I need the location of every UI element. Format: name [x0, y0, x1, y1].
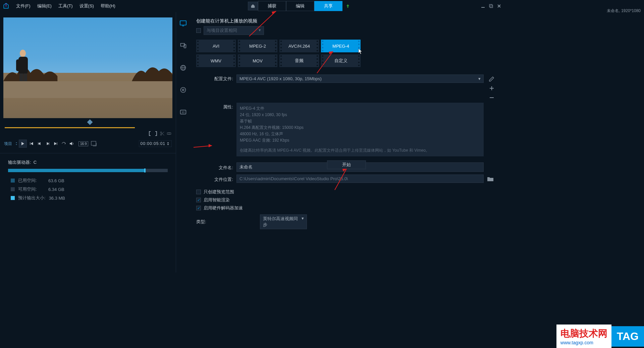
- menu-edit[interactable]: 编辑(E): [35, 2, 54, 10]
- format-audio[interactable]: 音频: [279, 54, 319, 67]
- project-dropdown-icon: [15, 142, 17, 145]
- est-value: 36.3 MB: [49, 196, 65, 201]
- menu-file[interactable]: 文件(F): [13, 2, 33, 10]
- go-start-button[interactable]: [28, 140, 35, 147]
- video-preview: [3, 17, 172, 118]
- menu-tools[interactable]: 工具(T): [56, 2, 75, 10]
- config-label: 配置文件:: [196, 74, 233, 82]
- svg-rect-0: [481, 7, 485, 8]
- hw-type-select[interactable]: 英特尔高速视频同步▾: [260, 214, 307, 229]
- hw-decode-label: 启用硬件解码器加速: [204, 205, 243, 211]
- play-icon: [21, 142, 24, 146]
- smart-render-checkbox[interactable]: [196, 198, 201, 202]
- svg-rect-14: [91, 141, 96, 145]
- start-button[interactable]: 开始: [327, 160, 366, 169]
- est-label: 预计输出大小:: [18, 195, 46, 201]
- used-label: 已用空间:: [18, 178, 45, 184]
- svg-rect-16: [182, 26, 184, 26]
- close-button[interactable]: [496, 4, 502, 8]
- est-legend-icon: [11, 196, 15, 200]
- project-label[interactable]: 项目: [4, 141, 12, 147]
- sidetab-3d[interactable]: 3D: [178, 107, 188, 117]
- used-legend-icon: [11, 179, 15, 183]
- remove-profile-icon[interactable]: [489, 95, 495, 101]
- globe-icon: [180, 64, 186, 71]
- browse-folder-icon[interactable]: [487, 176, 494, 182]
- timecode-display[interactable]: 00:00:05:01: [139, 140, 172, 147]
- next-frame-button[interactable]: [44, 140, 51, 147]
- prev-frame-button[interactable]: [36, 140, 43, 147]
- split-icon[interactable]: [166, 131, 172, 136]
- smart-render-label: 启用智能渲染: [204, 197, 230, 203]
- three-d-icon: 3D: [180, 109, 186, 115]
- hw-decode-checkbox[interactable]: [196, 206, 201, 210]
- loop-button[interactable]: [60, 140, 67, 147]
- home-button[interactable]: [248, 2, 258, 10]
- timecode-value: 00:00:05:01: [141, 141, 165, 146]
- go-end-button[interactable]: [52, 140, 59, 147]
- section-title: 创建能在计算机上播放的视频: [196, 18, 496, 24]
- format-avc[interactable]: AVC/H.264: [279, 40, 319, 52]
- timeline-scrubber[interactable]: [4, 126, 172, 130]
- svg-text:3D: 3D: [181, 111, 185, 114]
- volume-button[interactable]: [68, 140, 75, 147]
- preview-only-checkbox[interactable]: [196, 190, 201, 194]
- monitor-icon: [179, 20, 187, 27]
- disk-usage-bar: [8, 169, 168, 172]
- mouse-cursor: [358, 48, 363, 54]
- aspect-ratio-button[interactable]: 16:9: [78, 141, 88, 146]
- sidetab-computer[interactable]: [178, 19, 188, 28]
- mark-in-icon[interactable]: [148, 131, 152, 136]
- preview-only-label: 只创建预览范围: [204, 189, 234, 195]
- sidetab-device[interactable]: [178, 41, 188, 50]
- tab-share[interactable]: 共享: [314, 1, 342, 11]
- used-value: 63.6 GB: [48, 178, 64, 183]
- home-icon: [251, 4, 255, 8]
- svg-rect-1: [489, 4, 492, 7]
- svg-point-22: [181, 88, 186, 93]
- menu-settings[interactable]: 设置(S): [77, 2, 97, 10]
- tab-capture[interactable]: 捕获: [258, 1, 286, 11]
- edit-profile-icon[interactable]: [489, 76, 495, 82]
- menu-help[interactable]: 帮助(H): [98, 2, 118, 10]
- svg-point-3: [20, 50, 26, 57]
- minimize-button[interactable]: [480, 4, 486, 8]
- avail-label: 可用空间:: [18, 186, 45, 192]
- svg-rect-2: [490, 5, 493, 8]
- sidetab-web[interactable]: [178, 63, 188, 72]
- props-label: 属性:: [196, 103, 233, 110]
- location-input[interactable]: C:\Users\admin\Documents\Corel VideoStud…: [236, 175, 484, 183]
- mark-out-icon[interactable]: [154, 131, 158, 136]
- location-label: 文件位置:: [196, 175, 233, 183]
- upload-icon[interactable]: [345, 3, 351, 9]
- props-display: MPEG-4 文件 24 位, 1920 x 1080, 30 fps 基于帧 …: [236, 103, 484, 156]
- app-logo: [3, 3, 9, 9]
- enlarge-button[interactable]: [91, 141, 97, 146]
- format-custom[interactable]: 自定义: [321, 54, 361, 67]
- svg-rect-15: [180, 21, 186, 25]
- profile-select[interactable]: MPEG-4 AVC (1920 x 1080, 30p, 15Mbps)▾: [236, 74, 484, 83]
- device-icon: [180, 42, 186, 49]
- same-as-project-select: 与项目设置相同▾: [204, 26, 264, 35]
- avail-value: 6.34 GB: [48, 187, 64, 192]
- sidetab-disc[interactable]: [178, 85, 188, 95]
- timeline-marker[interactable]: [4, 119, 172, 126]
- format-mov[interactable]: MOV: [238, 54, 277, 67]
- timecode-down[interactable]: [167, 144, 169, 146]
- format-avi[interactable]: AVI: [196, 40, 236, 52]
- play-button[interactable]: [19, 140, 27, 148]
- type-label: 类型:: [196, 219, 206, 225]
- add-profile-icon[interactable]: [489, 85, 495, 91]
- maximize-button[interactable]: [488, 4, 494, 8]
- avail-legend-icon: [11, 187, 15, 191]
- svg-point-23: [182, 89, 184, 91]
- format-mpeg2[interactable]: MPEG-2: [238, 40, 277, 52]
- disc-icon: [180, 87, 186, 93]
- scissors-icon[interactable]: [160, 131, 165, 136]
- same-as-project-checkbox[interactable]: [196, 28, 201, 33]
- storage-title: 输出驱动器: C: [8, 159, 168, 165]
- tab-edit[interactable]: 编辑: [286, 1, 314, 11]
- filename-label: 文件名:: [196, 163, 233, 171]
- format-mpeg4[interactable]: MPEG-4: [321, 40, 361, 52]
- format-wmv[interactable]: WMV: [196, 54, 236, 67]
